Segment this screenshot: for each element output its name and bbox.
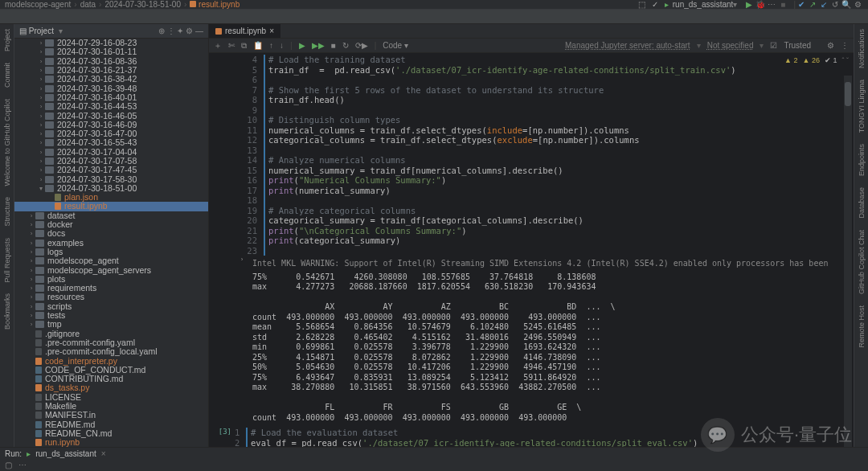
trusted-label[interactable]: Trusted — [784, 41, 811, 50]
tree-item[interactable]: LICENSE — [14, 393, 208, 402]
tree-item[interactable]: README_CN.md — [14, 429, 208, 438]
cell-output-warning: Intel MKL WARNING: Support of Intel(R) S… — [252, 259, 854, 269]
tree-item[interactable]: ›2024-07-30-17-47-45 — [14, 166, 208, 174]
tool-endpoints[interactable]: Endpoints — [858, 144, 866, 176]
debug-icon[interactable]: 🐞 — [755, 0, 766, 10]
move-down-icon[interactable]: ↓ — [280, 41, 284, 50]
nb-more-icon[interactable]: ⋮ — [841, 41, 849, 50]
tool-project[interactable]: Project — [3, 29, 11, 51]
project-tab-strip — [0, 10, 868, 24]
close-tab-icon[interactable]: × — [269, 27, 274, 35]
tree-item[interactable]: .pre-commit-config_local.yaml — [14, 347, 208, 356]
more-run-icon[interactable]: ⋯ — [766, 0, 777, 10]
tool-pullreq[interactable]: Pull Requests — [3, 238, 11, 283]
tree-item[interactable]: ›docker — [14, 220, 208, 229]
git-commit-icon[interactable]: ✔ — [796, 0, 807, 10]
tool-copilot[interactable]: Welcome to GitHub Copilot — [3, 99, 11, 186]
tree-item[interactable]: ›dataset — [14, 211, 208, 220]
breadcrumb-root[interactable]: modelscope-agent — [5, 0, 71, 9]
restart-run-icon[interactable]: ⟳▶ — [355, 41, 368, 50]
status-more-icon[interactable]: ⋯ — [18, 461, 27, 469]
git-pull-icon[interactable]: ↙ — [818, 0, 829, 10]
output-collapse-icon[interactable]: › — [241, 256, 244, 263]
tree-item[interactable]: code_interpreter.py — [14, 356, 208, 365]
tree-item[interactable]: ›2024-07-30-16-46-05 — [14, 111, 208, 120]
tree-item[interactable]: Makefile — [14, 402, 208, 411]
status-indicator-icon: ▢ — [5, 461, 12, 469]
tree-item[interactable]: ds_tasks.py — [14, 383, 208, 392]
tree-item[interactable]: ›tests — [14, 311, 208, 320]
run-config-selector[interactable]: run_ds_assistant — [673, 0, 734, 9]
right-tool-gutter: Notifications TONGYI Lingma Endpoints Da… — [854, 24, 868, 458]
notebook-icon — [215, 28, 222, 35]
env-label[interactable]: Not specified — [707, 41, 754, 50]
notebook-toolbar: ＋ ✄ ⧉ 📋 ↑ ↓ | ▶ ▶▶ ■ ↻ ⟳▶ | Code ▾ Manag… — [209, 39, 854, 53]
tree-item[interactable]: result.ipynb — [14, 202, 208, 211]
restart-icon[interactable]: ↻ — [342, 41, 349, 50]
tree-item[interactable]: ›resources — [14, 293, 208, 301]
stop-icon[interactable]: ■ — [777, 0, 788, 10]
cut-icon[interactable]: ✄ — [228, 41, 235, 50]
editor-area: result.ipynb × ＋ ✄ ⧉ 📋 ↑ ↓ | ▶ ▶▶ ■ ↻ ⟳▶… — [209, 24, 854, 458]
code-cell[interactable]: 4# Load the training dataset5train_df = … — [231, 55, 854, 256]
tree-item[interactable]: MANIFEST.in — [14, 411, 208, 420]
tool-bookmarks[interactable]: Bookmarks — [3, 293, 11, 330]
git-push-icon[interactable]: ↗ — [807, 0, 818, 10]
tree-item[interactable]: ›examples — [14, 239, 208, 248]
tree-item[interactable]: plan.json — [14, 193, 208, 202]
copy-icon[interactable]: ⧉ — [241, 41, 247, 51]
tree-item[interactable]: ▾2024-07-30-18-51-00 — [14, 184, 208, 193]
tool-notifications[interactable]: Notifications — [858, 29, 866, 68]
tool-structure[interactable]: Structure — [3, 197, 11, 227]
editor-tab[interactable]: result.ipynb × — [209, 24, 280, 38]
tree-item[interactable]: ›modelscope_agent — [14, 256, 208, 265]
tool-remote[interactable]: Remote Host — [858, 305, 866, 348]
run-panel-label[interactable]: Run: — [5, 449, 22, 458]
paste-icon[interactable]: 📋 — [253, 41, 263, 50]
vcs-commit-icon[interactable]: ✓ — [649, 0, 661, 10]
project-sidebar: ▤ Project ▾ ⊕ ⋮ ✦ ⚙ — ›2024-07-29-16-08-… — [14, 24, 209, 458]
code-cell[interactable]: [3]1# Load the evaluation dataset2eval_d… — [209, 428, 854, 448]
tree-item[interactable]: run.ipynb — [14, 438, 208, 447]
cell-type-select[interactable]: Code ▾ — [383, 41, 408, 50]
breadcrumb-seg[interactable]: 2024-07-30-18-51-00 — [104, 0, 181, 9]
tree-item[interactable]: ›modelscope_agent_servers — [14, 265, 208, 274]
search-icon[interactable]: 🔍 — [841, 0, 852, 10]
add-cell-icon[interactable]: ＋ — [214, 40, 222, 51]
tree-item[interactable]: ›plots — [14, 275, 208, 284]
run-all-icon[interactable]: ▶▶ — [312, 41, 325, 50]
tree-item[interactable]: ›2024-07-30-16-38-42 — [14, 75, 208, 84]
jupyter-server-label[interactable]: Managed Jupyter server: auto-start — [565, 41, 690, 50]
tree-item[interactable]: ›requirements — [14, 284, 208, 293]
move-up-icon[interactable]: ↑ — [269, 41, 273, 50]
history-icon[interactable]: ↺ — [829, 0, 841, 10]
tree-item[interactable]: ›2024-07-30-16-01-11 — [14, 47, 208, 56]
tree-item[interactable]: ›2024-07-30-16-44-53 — [14, 102, 208, 111]
tree-item[interactable]: ›2024-07-30-16-55-43 — [14, 138, 208, 147]
run-icon[interactable]: ▶ — [743, 0, 755, 10]
vcs-update-icon[interactable]: ⬚ — [636, 0, 649, 10]
run-status-icon: ▸ — [27, 449, 31, 458]
breadcrumb-file[interactable]: result.ipynb — [199, 0, 240, 9]
inspection-widget[interactable]: ▲ 2 ▲ 26 ✔ 1 ˆ ˇ — [784, 56, 849, 64]
run-config-name[interactable]: run_ds_assistant — [35, 449, 96, 458]
tool-copilot-chat[interactable]: GitHub Copilot Chat — [858, 230, 866, 294]
sidebar-tools-icon[interactable]: ⊕ ⋮ ✦ ⚙ — — [158, 27, 203, 35]
top-navbar: modelscope-agent › data › 2024-07-30-18-… — [0, 0, 868, 10]
tree-item[interactable]: ›scripts — [14, 302, 208, 311]
settings-icon[interactable]: ⚙ — [852, 0, 863, 10]
tree-item[interactable]: CONTRIBUTING.md — [14, 375, 208, 383]
interrupt-icon[interactable]: ■ — [331, 41, 336, 50]
nb-settings-icon[interactable]: ⚙ — [827, 41, 834, 50]
run-cell-icon[interactable]: ▶ — [299, 41, 305, 50]
editor-tab-label: result.ipynb — [225, 27, 266, 35]
run-target-icon[interactable]: ▸ — [661, 0, 673, 10]
bottom-bars: Run: ▸ run_ds_assistant × ▢ ⋯ — [0, 447, 868, 471]
tree-item[interactable]: ›tmp — [14, 320, 208, 329]
tool-database[interactable]: Database — [858, 187, 866, 219]
breadcrumb-seg[interactable]: data — [80, 0, 96, 9]
tree-item[interactable]: ›docs — [14, 229, 208, 238]
left-tool-gutter: Project Commit Welcome to GitHub Copilot… — [0, 24, 14, 458]
tool-commit[interactable]: Commit — [3, 63, 11, 88]
tool-ai[interactable]: TONGYI Lingma — [858, 80, 866, 133]
